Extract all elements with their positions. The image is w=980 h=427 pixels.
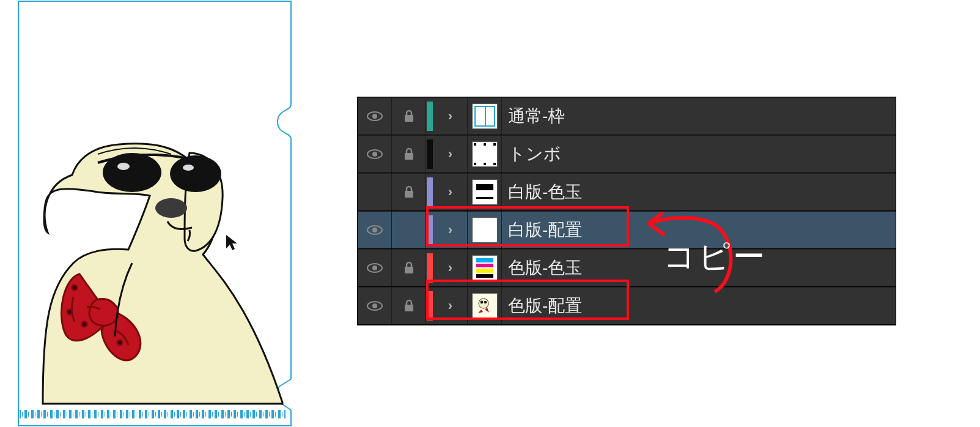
svg-rect-14 — [405, 153, 413, 160]
svg-point-10 — [372, 114, 377, 119]
expand-toggle[interactable]: › — [433, 212, 468, 248]
layer-row-3[interactable]: ›白版-配置 — [358, 211, 896, 249]
eye-icon — [367, 111, 383, 122]
expand-toggle[interactable]: › — [433, 136, 468, 173]
svg-point-0 — [155, 198, 187, 218]
expand-toggle[interactable]: › — [433, 288, 468, 324]
svg-point-26 — [480, 301, 483, 304]
eye-icon — [367, 300, 383, 311]
chevron-right-icon: › — [448, 222, 452, 238]
layer-thumbnail — [468, 250, 502, 286]
svg-point-5 — [72, 285, 77, 290]
svg-point-3 — [117, 163, 130, 170]
cursor-icon — [225, 234, 238, 251]
chevron-right-icon: › — [448, 298, 452, 314]
layers-panel[interactable]: ›通常-枠›トンボ›白版-色玉›白版-配置›色版-色玉›色版-配置 コピー — [357, 97, 896, 325]
layer-thumbnail — [468, 174, 502, 210]
layer-name: 白版-色玉 — [502, 174, 896, 210]
layer-name: 色版-配置 — [502, 288, 896, 324]
svg-point-1 — [103, 153, 161, 192]
layer-row-1[interactable]: ›トンボ — [358, 135, 896, 173]
layer-name: トンボ — [502, 136, 896, 173]
layer-thumbnail — [468, 136, 502, 173]
expand-toggle[interactable]: › — [433, 98, 468, 135]
artwork-preview — [6, 0, 295, 427]
layer-name: 通常-枠 — [502, 98, 896, 135]
lock-toggle[interactable] — [392, 288, 426, 324]
chevron-right-icon: › — [448, 260, 452, 276]
lock-toggle[interactable] — [392, 136, 426, 173]
layer-color-strip — [426, 136, 433, 173]
visibility-toggle[interactable] — [358, 98, 392, 135]
layer-color-strip — [426, 288, 433, 324]
eye-icon — [367, 149, 383, 160]
svg-point-2 — [170, 155, 221, 192]
svg-point-25 — [479, 299, 488, 308]
expand-toggle[interactable]: › — [433, 174, 468, 210]
layer-row-0[interactable]: ›通常-枠 — [358, 97, 896, 135]
layer-thumbnail — [468, 288, 502, 324]
layer-name: 色版-色玉 — [502, 250, 896, 286]
visibility-toggle[interactable] — [358, 288, 392, 324]
svg-rect-23 — [405, 305, 413, 311]
visibility-toggle[interactable] — [358, 250, 392, 286]
layer-color-strip — [426, 98, 433, 135]
dog-illustration — [6, 0, 295, 427]
svg-rect-15 — [405, 191, 413, 198]
eye-icon — [367, 262, 383, 273]
lock-icon — [403, 185, 415, 199]
svg-point-22 — [372, 303, 377, 308]
chevron-right-icon: › — [448, 146, 452, 162]
svg-point-17 — [372, 228, 377, 232]
layer-color-strip — [426, 212, 433, 248]
layer-row-4[interactable]: ›色版-色玉 — [358, 249, 896, 287]
lock-toggle[interactable] — [392, 212, 426, 248]
svg-point-8 — [117, 340, 122, 345]
expand-toggle[interactable]: › — [433, 250, 468, 286]
svg-point-7 — [82, 322, 87, 327]
svg-point-27 — [484, 301, 486, 303]
lock-toggle[interactable] — [392, 174, 426, 210]
chevron-right-icon: › — [448, 108, 452, 124]
ruler-strip — [20, 410, 286, 418]
visibility-toggle[interactable] — [358, 136, 392, 173]
lock-icon — [403, 299, 415, 313]
svg-rect-11 — [405, 115, 413, 122]
layer-color-strip — [426, 250, 433, 286]
layer-row-5[interactable]: ›色版-配置 — [358, 287, 896, 325]
visibility-toggle[interactable] — [358, 174, 392, 210]
layer-thumbnail — [468, 98, 502, 135]
svg-point-4 — [183, 165, 194, 171]
chevron-right-icon: › — [448, 184, 452, 200]
layer-name: 白版-配置 — [502, 212, 896, 248]
lock-icon — [403, 147, 415, 161]
lock-icon — [403, 110, 415, 123]
layer-color-strip — [426, 174, 433, 210]
layer-row-2[interactable]: ›白版-色玉 — [358, 173, 896, 211]
lock-toggle[interactable] — [392, 98, 426, 135]
svg-rect-20 — [405, 267, 413, 273]
eye-icon — [367, 225, 383, 236]
lock-icon — [403, 261, 415, 275]
visibility-toggle[interactable] — [358, 212, 392, 248]
layer-thumbnail — [468, 212, 502, 248]
lock-toggle[interactable] — [392, 250, 426, 286]
svg-point-13 — [372, 152, 377, 157]
svg-point-19 — [372, 265, 377, 270]
